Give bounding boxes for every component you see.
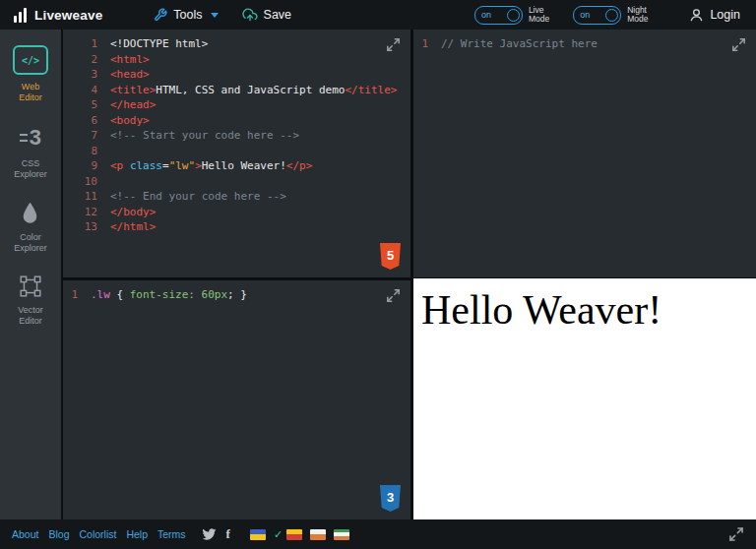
line-number: 12 <box>63 205 110 220</box>
code-line[interactable]: 1.lw { font-size: 60px; } <box>63 287 410 303</box>
social-icons: f <box>202 526 230 542</box>
footer: About Blog Colorlist Help Terms f ✓ <box>0 519 756 549</box>
sidebar-item-vector-editor[interactable]: Vector Editor <box>18 274 43 327</box>
html5-logo: 5 <box>380 243 401 270</box>
editor-area: 1<!DOCTYPE html>2<html>3<head>4<title>HT… <box>61 30 756 519</box>
code-line[interactable]: 4<title>HTML, CSS and JavaScript demo</t… <box>63 83 410 98</box>
code-line[interactable]: 6<body> <box>63 113 410 129</box>
js-editor-pane: 1// Write JavaScript here <box>413 30 756 277</box>
tools-menu-button[interactable]: Tools <box>154 8 218 22</box>
line-number: 8 <box>63 144 110 159</box>
app-title: Liveweave <box>34 8 102 23</box>
live-mode-label: Live Mode <box>529 6 549 25</box>
footer-link-blog[interactable]: Blog <box>48 528 69 540</box>
sidebar-item-label: Color Explorer <box>14 232 47 254</box>
twitter-icon[interactable] <box>202 528 217 541</box>
expand-icon[interactable] <box>386 288 401 303</box>
language-flags: ✓ <box>250 528 349 541</box>
chevron-down-icon <box>211 13 219 18</box>
line-number: 9 <box>63 158 110 174</box>
check-icon: ✓ <box>274 528 283 541</box>
night-mode-toggle[interactable]: on <box>573 6 621 25</box>
liveweave-logo[interactable]: Liveweave <box>14 8 102 23</box>
cloud-save-icon <box>242 8 258 23</box>
night-toggle-state: on <box>580 10 590 20</box>
sidebar-item-label: Web Editor <box>19 82 42 103</box>
save-label: Save <box>264 8 292 22</box>
expand-icon[interactable] <box>386 37 401 52</box>
sidebar-item-web-editor[interactable]: </> Web Editor <box>13 45 48 103</box>
line-number: 7 <box>63 128 110 144</box>
footer-link-colorlist[interactable]: Colorlist <box>79 528 116 540</box>
code-line[interactable]: 10 <box>63 174 410 190</box>
topbar: Liveweave Tools Save on Live Mode on Nig… <box>0 0 756 30</box>
sidebar: </> Web Editor 3 CSS Explorer Color Expl… <box>0 30 61 519</box>
sidebar-item-css-explorer[interactable]: 3 CSS Explorer <box>14 124 47 180</box>
droplet-icon <box>21 201 39 225</box>
code-line[interactable]: 5</head> <box>63 97 410 113</box>
line-number: 11 <box>63 189 110 205</box>
css-code-editor[interactable]: 1.lw { font-size: 60px; } <box>63 280 410 303</box>
css3-icon: 3 <box>20 124 41 152</box>
line-number: 13 <box>63 219 110 235</box>
live-mode-toggle[interactable]: on <box>474 6 523 25</box>
signal-bars-icon <box>14 8 27 23</box>
facebook-icon[interactable]: f <box>226 526 230 542</box>
js-code-editor[interactable]: 1// Write JavaScript here <box>413 30 756 52</box>
code-line[interactable]: 8 <box>63 144 410 159</box>
toggle-knob-icon <box>507 9 520 22</box>
footer-link-about[interactable]: About <box>12 528 38 540</box>
code-line[interactable]: 3<head> <box>63 67 410 83</box>
html-code-editor[interactable]: 1<!DOCTYPE html>2<html>3<head>4<title>HT… <box>63 30 410 235</box>
preview-pane: Hello Weaver! <box>413 278 756 519</box>
flag-icon-3[interactable] <box>310 529 326 540</box>
speed-lines-icon <box>20 130 28 146</box>
wrench-icon <box>154 8 167 22</box>
html-editor-pane: 1<!DOCTYPE html>2<html>3<head>4<title>HT… <box>63 30 410 277</box>
toggle-knob-icon <box>605 9 618 22</box>
code-brackets-icon: </> <box>13 45 48 75</box>
code-line[interactable]: 9<p class="lw">Hello Weaver!</p> <box>63 158 410 174</box>
user-icon <box>689 8 704 23</box>
tools-label: Tools <box>173 8 202 22</box>
sidebar-item-label: CSS Explorer <box>14 158 47 180</box>
line-number: 1 <box>413 36 441 52</box>
liveweave-app: Liveweave Tools Save on Live Mode on Nig… <box>0 0 756 549</box>
css-editor-pane: 1.lw { font-size: 60px; } 3 <box>63 280 410 519</box>
line-number: 1 <box>63 36 110 52</box>
code-line[interactable]: 1<!DOCTYPE html> <box>63 36 410 52</box>
code-line[interactable]: 13</html> <box>63 219 410 235</box>
line-number: 4 <box>63 83 110 98</box>
preview-text: Hello Weaver! <box>421 286 756 334</box>
flag-icon-2[interactable] <box>286 529 302 540</box>
line-number: 2 <box>63 52 110 68</box>
footer-link-help[interactable]: Help <box>126 528 148 540</box>
css3-logo: 3 <box>380 485 401 512</box>
line-number: 5 <box>63 97 110 113</box>
live-toggle-state: on <box>481 10 491 20</box>
login-label: Login <box>710 8 740 22</box>
expand-icon[interactable] <box>731 37 746 52</box>
login-button[interactable]: Login <box>689 8 740 23</box>
sidebar-item-color-explorer[interactable]: Color Explorer <box>14 201 47 254</box>
code-line[interactable]: 12</body> <box>63 205 410 220</box>
code-line[interactable]: 11<!-- End your code here --> <box>63 189 410 205</box>
code-line[interactable]: 1// Write JavaScript here <box>413 36 756 52</box>
sidebar-item-label: Vector Editor <box>18 305 43 327</box>
flag-icon-4[interactable] <box>334 529 349 540</box>
flag-icon-1[interactable] <box>250 529 266 540</box>
line-number: 3 <box>63 67 110 83</box>
fullscreen-icon[interactable] <box>728 526 744 542</box>
code-line[interactable]: 2<html> <box>63 52 410 68</box>
line-number: 1 <box>63 287 91 303</box>
footer-link-terms[interactable]: Terms <box>158 528 186 540</box>
night-mode-label: Night Mode <box>627 6 648 25</box>
code-line[interactable]: 7<!-- Start your code here --> <box>63 128 410 144</box>
vector-frame-icon <box>19 274 42 298</box>
line-number: 6 <box>63 113 110 129</box>
line-number: 10 <box>63 174 110 190</box>
save-button[interactable]: Save <box>242 8 292 23</box>
